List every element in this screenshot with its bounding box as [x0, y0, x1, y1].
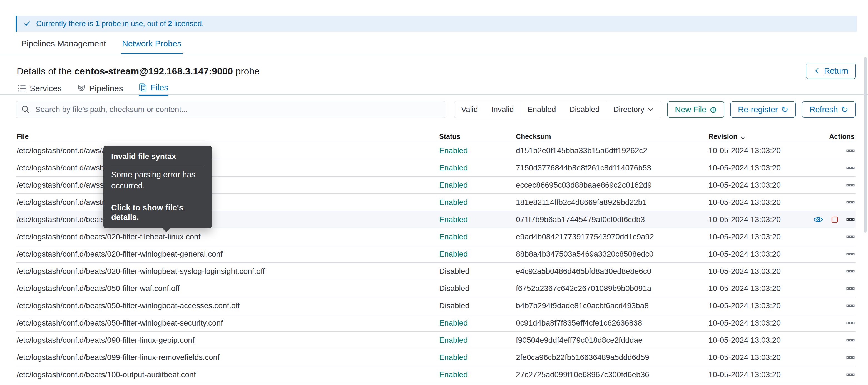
status-text: Enabled	[439, 232, 468, 241]
file-path-link[interactable]: /etc/logstash/conf.d/beats/020-filter-wi…	[17, 249, 223, 259]
file-path-link[interactable]: /etc/logstash/conf.d/beats/020-filter-fi…	[17, 232, 200, 241]
search-box	[16, 101, 445, 118]
status-text: Enabled	[439, 215, 468, 224]
boxes-horizontal-icon[interactable]	[846, 336, 855, 345]
boxes-horizontal-icon[interactable]	[846, 164, 855, 172]
actions-cell	[799, 302, 856, 310]
file-cell: /etc/logstash/conf.d/beats/020-filter-fi…	[16, 232, 438, 241]
boxes-horizontal-icon[interactable]	[846, 233, 855, 241]
refresh-button[interactable]: Refresh ↻	[802, 101, 856, 118]
probe-details-page: Currently there is 1 probe in use, out o…	[0, 0, 868, 385]
boxes-horizontal-icon[interactable]	[846, 267, 855, 275]
revision-text: 10-05-2024 13:03:20	[707, 146, 799, 155]
header-status[interactable]: Status	[438, 132, 515, 141]
actions-cell	[799, 336, 856, 345]
list-icon	[18, 84, 26, 93]
new-file-button[interactable]: New File ⊕	[667, 101, 724, 118]
status-text: Enabled	[439, 164, 468, 172]
boxes-horizontal-icon[interactable]	[846, 302, 855, 310]
actions-cell	[799, 215, 856, 224]
revision-text: 10-05-2024 13:03:20	[707, 181, 799, 189]
actions-cell	[799, 353, 856, 362]
status-text: Disabled	[439, 301, 469, 310]
boxes-horizontal-icon[interactable]	[846, 371, 855, 379]
header-revision[interactable]: Revision	[707, 132, 799, 141]
plus-circle-icon: ⊕	[710, 106, 717, 114]
checksum-text: 181e82114ffb2c4d8669fa8929bd22b1	[515, 198, 707, 207]
boxes-horizontal-icon[interactable]	[846, 285, 855, 293]
eye-icon[interactable]	[813, 215, 823, 224]
filter-valid[interactable]: Valid	[455, 101, 485, 118]
actions-cell	[799, 285, 856, 293]
actions-cell	[799, 147, 856, 155]
status-text: Enabled	[439, 353, 468, 362]
filter-invalid[interactable]: Invalid	[485, 101, 521, 118]
checksum-text: 0c91d4ba8f7f835eff4cfe1c62636838	[515, 319, 707, 327]
checksum-text: 88b8a4b347503a5469a3320c8508edc0	[515, 249, 707, 259]
file-cell: /etc/logstash/conf.d/aws/awscl	[16, 146, 438, 155]
boxes-horizontal-icon[interactable]	[846, 215, 855, 224]
boxes-horizontal-icon[interactable]	[846, 181, 855, 189]
revision-text: 10-05-2024 13:03:20	[707, 164, 799, 172]
filter-group: Valid Invalid Enabled Disabled Directory	[454, 101, 661, 118]
file-path-link[interactable]: /etc/logstash/conf.d/beats/100-output-au…	[17, 370, 196, 379]
checksum-text: e4c92a5b0486d465bfd8a30ed8e8e6c0	[515, 267, 707, 276]
table-row: /etc/logstash/conf.d/beats/100-output-au…	[16, 366, 856, 383]
top-tabs: Pipelines Management Network Probes	[20, 39, 183, 55]
revision-text: 10-05-2024 13:03:20	[707, 301, 799, 310]
file-path-link[interactable]: /etc/logstash/conf.d/beats/050-filter-wi…	[17, 301, 240, 310]
boxes-horizontal-icon[interactable]	[846, 147, 855, 155]
table-row: /etc/logstash/conf.d/beats/020-filter-wi…	[16, 245, 856, 263]
status-text: Enabled	[439, 146, 468, 155]
arrow-down-icon	[740, 133, 747, 140]
tooltip-arrow	[162, 228, 170, 232]
actions-cell	[799, 267, 856, 275]
boxes-horizontal-icon[interactable]	[846, 319, 855, 327]
file-cell: /etc/logstash/conf.d/beats/050-filter-wi…	[16, 319, 438, 327]
status-text: Enabled	[439, 370, 468, 379]
subtabs-divider	[0, 94, 868, 94]
tabs-divider	[0, 54, 868, 55]
search-input[interactable]	[35, 105, 445, 114]
file-path-link[interactable]: /etc/logstash/conf.d/beats/090-filter-li…	[17, 336, 194, 345]
header-file[interactable]: File	[16, 132, 438, 141]
table-row: /etc/logstash/conf.d/beats/050-filter-wi…	[16, 297, 856, 315]
boxes-horizontal-icon[interactable]	[846, 250, 855, 258]
file-cell: /etc/logstash/conf.d/awstrails/a	[16, 198, 438, 207]
table-header: File Status Checksum Revision Actions	[16, 131, 856, 142]
status-text: Disabled	[439, 284, 469, 293]
checksum-text: eccec86695c03d88baae869c2c0162d9	[515, 181, 707, 189]
file-cell: /etc/logstash/conf.d/beats/100-output-au…	[16, 370, 438, 379]
vertical-scrollbar[interactable]	[864, 57, 867, 233]
checksum-text: 2fe0ca96cb22fb516636489a5ddd6d59	[515, 353, 707, 362]
filter-directory-dropdown[interactable]: Directory	[606, 101, 661, 118]
document-icon	[139, 83, 147, 92]
stop-square-icon[interactable]	[831, 216, 839, 224]
probe-address: centos-stream@192.168.3.147:9000	[74, 66, 233, 77]
refresh-icon: ↻	[781, 106, 788, 114]
return-button[interactable]: Return	[806, 63, 856, 79]
header-checksum[interactable]: Checksum	[515, 132, 707, 141]
file-cell: /etc/logstash/conf.d/beats/090-filter-li…	[16, 336, 438, 345]
file-path-link[interactable]: /etc/logstash/conf.d/beats/050-filter-wa…	[17, 284, 180, 293]
boxes-horizontal-icon[interactable]	[846, 353, 855, 362]
tab-network-probes[interactable]: Network Probes	[121, 39, 182, 55]
filter-disabled[interactable]: Disabled	[562, 101, 606, 118]
file-path-link[interactable]: /etc/logstash/conf.d/beats/050-filter-wi…	[17, 319, 223, 327]
revision-text: 10-05-2024 13:03:20	[707, 198, 799, 207]
checksum-text: f90504e9ddf4eff79c018d8ce2fdddae	[515, 336, 707, 345]
filter-enabled[interactable]: Enabled	[521, 101, 563, 118]
revision-text: 10-05-2024 13:03:20	[707, 215, 799, 224]
tooltip-title: Invalid file syntax	[111, 152, 204, 161]
file-path-link[interactable]: /etc/logstash/conf.d/beats/020-filter-wi…	[17, 267, 265, 276]
re-register-button[interactable]: Re-register ↻	[731, 101, 796, 118]
tab-pipelines-management[interactable]: Pipelines Management	[20, 39, 107, 55]
tooltip-body: Some parsing error has occurred.	[111, 169, 204, 191]
boxes-horizontal-icon[interactable]	[846, 198, 855, 207]
revision-text: 10-05-2024 13:03:20	[707, 336, 799, 345]
table-row: /etc/logstash/conf.d/beats/090-filter-li…	[16, 332, 856, 349]
table-row: /etc/logstash/conf.d/beats/050-filter-wi…	[16, 315, 856, 332]
file-cell: /etc/logstash/conf.d/beats/020-filter-wi…	[16, 267, 438, 276]
file-path-link[interactable]: /etc/logstash/conf.d/beats/099-filter-li…	[17, 353, 220, 362]
tooltip-footer: Click to show file's details.	[111, 203, 204, 222]
